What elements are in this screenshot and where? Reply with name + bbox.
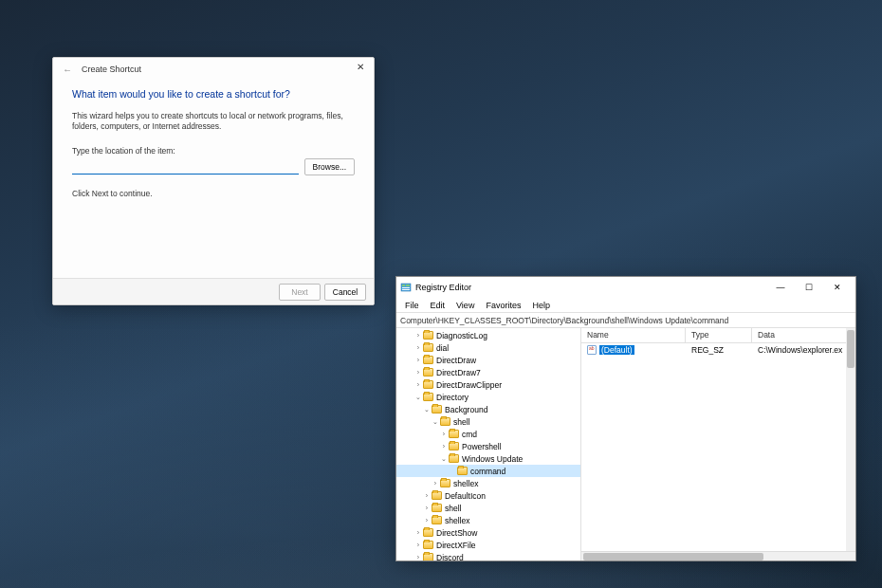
tree-label: command — [470, 467, 505, 476]
back-arrow-icon[interactable]: ← — [59, 64, 76, 75]
close-button[interactable]: ✕ — [823, 278, 852, 297]
tree-node-shellex[interactable]: ›shellex — [396, 514, 580, 526]
tree-node-powershell[interactable]: ›Powershell — [396, 440, 580, 452]
svg-rect-2 — [406, 285, 410, 286]
browse-button[interactable]: Browse... — [304, 158, 355, 175]
tree-node-background[interactable]: ⌄Background — [396, 403, 580, 415]
folder-icon — [423, 528, 433, 537]
col-name[interactable]: Name — [581, 328, 686, 342]
tree-node-diagnosticlog[interactable]: ›DiagnosticLog — [396, 329, 580, 341]
tree-node-shell[interactable]: ⌄shell — [396, 415, 580, 428]
folder-icon — [449, 454, 459, 463]
regedit-body: ›DiagnosticLog›dial›DirectDraw›DirectDra… — [396, 328, 855, 560]
folder-icon — [432, 504, 442, 512]
chevron-icon[interactable]: › — [439, 443, 449, 450]
tree-node-defaulticon[interactable]: ›DefaultIcon — [396, 489, 580, 502]
menu-file[interactable]: File — [400, 301, 424, 310]
col-type[interactable]: Type — [686, 328, 752, 342]
tree-node-dial[interactable]: ›dial — [396, 341, 580, 354]
folder-icon — [449, 442, 459, 450]
value-data: C:\Windows\explorer.ex — [752, 345, 855, 355]
tree-label: Windows Update — [462, 454, 523, 464]
create-shortcut-wizard-window: ← Create Shortcut ✕ What item would you … — [52, 57, 375, 305]
folder-icon — [432, 491, 442, 500]
tree-label: DirectShow — [436, 528, 477, 538]
chevron-icon[interactable]: › — [413, 381, 423, 388]
tree-label: DirectDraw7 — [436, 368, 481, 377]
location-label: Type the location of the item: — [72, 146, 355, 156]
chevron-icon[interactable]: › — [422, 492, 432, 499]
chevron-icon[interactable]: ⌄ — [413, 394, 423, 401]
menu-help[interactable]: Help — [527, 301, 555, 310]
cancel-button[interactable]: Cancel — [324, 284, 366, 301]
tree-node-windows-update[interactable]: ⌄Windows Update — [396, 452, 580, 465]
chevron-icon[interactable]: ⌄ — [422, 406, 432, 413]
chevron-icon[interactable]: › — [413, 332, 423, 339]
tree-node-directxfile[interactable]: ›DirectXFile — [396, 539, 580, 551]
tree-label: shellex — [453, 479, 478, 488]
tree-label: shellex — [445, 516, 469, 525]
values-scrollbar-vertical[interactable] — [846, 328, 855, 551]
menu-favorites[interactable]: Favorites — [481, 301, 525, 310]
chevron-icon[interactable]: ⌄ — [439, 455, 449, 463]
chevron-icon[interactable]: › — [413, 542, 423, 548]
tree-node-command[interactable]: command — [396, 465, 580, 477]
tree-node-directory[interactable]: ⌄Directory — [396, 391, 580, 403]
chevron-icon[interactable]: › — [439, 431, 449, 437]
tree-label: shell — [445, 504, 461, 513]
chevron-icon[interactable]: › — [413, 529, 423, 536]
value-row[interactable]: (Default)REG_SZC:\Windows\explorer.ex — [581, 343, 855, 357]
registry-tree[interactable]: ›DiagnosticLog›dial›DirectDraw›DirectDra… — [396, 328, 581, 560]
tree-node-directshow[interactable]: ›DirectShow — [396, 526, 580, 539]
registry-values-pane[interactable]: Name Type Data (Default)REG_SZC:\Windows… — [581, 328, 855, 560]
wizard-heading: What item would you like to create a sho… — [72, 88, 355, 100]
minimize-button[interactable]: — — [766, 278, 795, 297]
col-data[interactable]: Data — [752, 328, 855, 342]
string-value-icon — [587, 345, 597, 355]
chevron-icon[interactable]: ⌄ — [431, 418, 440, 426]
tree-node-directdrawclipper[interactable]: ›DirectDrawClipper — [396, 378, 580, 391]
chevron-icon[interactable]: › — [413, 554, 423, 560]
tree-label: DirectDrawClipper — [436, 380, 502, 390]
chevron-icon[interactable]: › — [422, 517, 432, 524]
tree-node-directdraw[interactable]: ›DirectDraw — [396, 354, 580, 366]
wizard-title: Create Shortcut — [82, 64, 141, 74]
chevron-icon[interactable]: › — [413, 357, 423, 363]
value-name: (Default) — [599, 345, 634, 355]
regedit-title: Registry Editor — [415, 283, 766, 292]
address-bar[interactable]: Computer\HKEY_CLASSES_ROOT\Directory\Bac… — [396, 313, 855, 328]
menu-view[interactable]: View — [451, 301, 479, 310]
tree-node-cmd[interactable]: ›cmd — [396, 428, 580, 440]
tree-label: dial — [436, 343, 449, 353]
chevron-icon[interactable]: › — [422, 505, 432, 511]
tree-node-directdraw7[interactable]: ›DirectDraw7 — [396, 366, 580, 378]
regedit-titlebar: Registry Editor — ☐ ✕ — [396, 277, 855, 298]
values-scrollbar-horizontal[interactable] — [581, 551, 855, 560]
folder-icon — [423, 380, 433, 389]
folder-icon — [423, 553, 433, 560]
chevron-icon[interactable]: › — [431, 480, 440, 487]
close-icon[interactable]: ✕ — [353, 62, 368, 72]
registry-editor-window: Registry Editor — ☐ ✕ File Edit View Fav… — [395, 276, 856, 561]
folder-icon — [423, 343, 433, 352]
menu-edit[interactable]: Edit — [426, 301, 450, 310]
chevron-icon[interactable]: › — [413, 344, 423, 351]
tree-label: cmd — [462, 430, 477, 439]
wizard-description: This wizard helps you to create shortcut… — [72, 111, 355, 133]
regedit-menubar: File Edit View Favorites Help — [396, 298, 855, 313]
tree-node-shell[interactable]: ›shell — [396, 502, 580, 514]
tree-label: Powershell — [462, 442, 502, 451]
chevron-icon[interactable]: › — [413, 369, 423, 376]
tree-node-shellex[interactable]: ›shellex — [396, 477, 580, 489]
next-button[interactable]: Next — [279, 284, 321, 301]
tree-label: shell — [453, 417, 469, 427]
folder-icon — [423, 541, 433, 549]
svg-rect-4 — [402, 289, 410, 290]
tree-label: Directory — [436, 393, 469, 402]
maximize-button[interactable]: ☐ — [795, 278, 823, 297]
tree-label: Background — [445, 405, 487, 414]
tree-node-discord[interactable]: ›Discord — [396, 551, 580, 560]
folder-icon — [449, 430, 459, 438]
location-input[interactable] — [72, 159, 299, 175]
folder-icon — [432, 405, 442, 413]
